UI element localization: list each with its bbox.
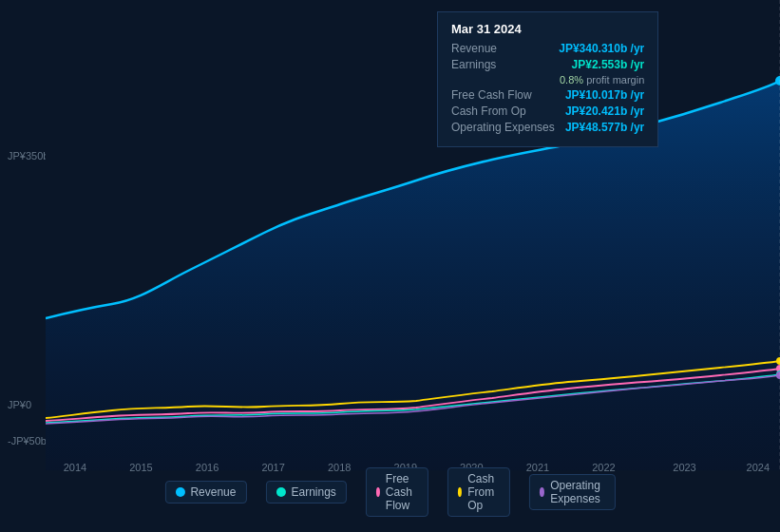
tooltip-row-revenue: Revenue JP¥340.310b /yr [451,42,644,55]
legend-label-fcf: Free Cash Flow [386,472,418,512]
legend-dot-revenue [175,487,184,497]
tooltip-value-opex: JP¥48.577b /yr [565,121,644,134]
legend-dot-fcf [376,487,380,497]
tooltip-label-opex: Operating Expenses [451,121,556,134]
tooltip-value-revenue: JP¥340.310b /yr [559,42,644,55]
tooltip-label-earnings: Earnings [451,58,556,71]
legend-label-earnings: Earnings [291,485,335,499]
legend-item-revenue[interactable]: Revenue [164,481,246,504]
tooltip: Mar 31 2024 Revenue JP¥340.310b /yr Earn… [437,11,658,147]
tooltip-label-cfo: Cash From Op [451,104,556,118]
y-label-top: JP¥350b [8,150,48,162]
tooltip-row-fcf: Free Cash Flow JP¥10.017b /yr [451,88,644,102]
x-label-2014: 2014 [64,462,86,473]
chart-svg [46,0,780,470]
legend-item-cfo[interactable]: Cash From Op [447,467,510,517]
x-label-2024: 2024 [747,462,770,473]
y-label-mid: JP¥0 [8,399,31,410]
legend-label-cfo: Cash From Op [467,472,500,512]
tooltip-row-earnings: Earnings JP¥2.553b /yr [451,58,644,71]
legend-dot-earnings [276,487,285,497]
tooltip-value-fcf: JP¥10.017b /yr [565,88,644,102]
tooltip-label-revenue: Revenue [451,42,556,55]
legend-item-fcf[interactable]: Free Cash Flow [366,467,428,517]
tooltip-margin-value: 0.8% profit margin [560,74,644,86]
chart-legend: Revenue Earnings Free Cash Flow Cash Fro… [164,467,615,517]
x-label-2015: 2015 [129,462,152,473]
tooltip-label-fcf: Free Cash Flow [451,88,556,102]
tooltip-value-earnings: JP¥2.553b /yr [572,58,645,71]
legend-item-earnings[interactable]: Earnings [265,481,346,504]
tooltip-date: Mar 31 2024 [451,22,644,36]
chart-container: Mar 31 2024 Revenue JP¥340.310b /yr Earn… [0,0,780,532]
tooltip-row-opex: Operating Expenses JP¥48.577b /yr [451,121,644,134]
legend-item-opex[interactable]: Operating Expenses [529,474,616,510]
y-label-bot: -JP¥50b [8,435,47,446]
tooltip-row-margin: 0.8% profit margin [451,74,644,86]
tooltip-row-cfo: Cash From Op JP¥20.421b /yr [451,104,644,118]
legend-dot-cfo [458,487,462,497]
x-label-2023: 2023 [673,462,695,473]
legend-dot-opex [540,487,544,497]
legend-label-opex: Operating Expenses [550,479,604,505]
tooltip-value-cfo: JP¥20.421b /yr [565,104,644,118]
legend-label-revenue: Revenue [190,485,236,499]
